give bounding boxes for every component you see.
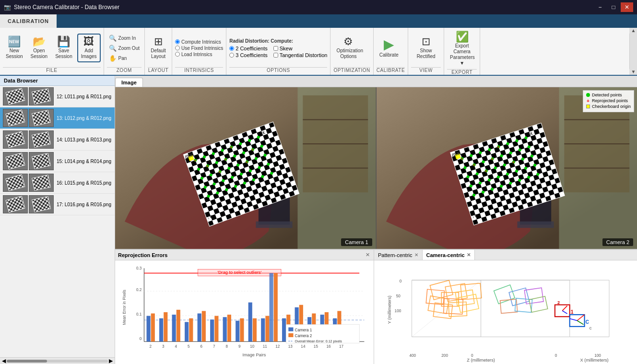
sidebar-scrollbar-track[interactable]	[7, 360, 108, 363]
reprojection-panel-close[interactable]: ✕	[364, 252, 371, 258]
sidebar-scrollbar-thumb[interactable]	[7, 360, 47, 363]
three-coeff-option[interactable]: 3 Coefficients	[229, 52, 267, 58]
svg-rect-245	[282, 318, 286, 341]
sidebar-item-12[interactable]: 12: L011.png & R011.png	[0, 86, 115, 107]
optimization-group-label: OPTIMIZATION	[333, 67, 370, 74]
layout-group-items: ⊞ DefaultLayout	[148, 30, 169, 66]
open-session-icon: 📂	[33, 36, 46, 47]
tangential-distortion-option[interactable]: Tangential Distortion	[273, 52, 328, 58]
show-rectified-button[interactable]: ⊡ Show Rectified	[411, 35, 441, 61]
svg-text:Mean Error in Pixels: Mean Error in Pixels	[122, 290, 127, 325]
skew-option[interactable]: Skew	[273, 46, 328, 51]
save-session-button[interactable]: 💾 SaveSession	[52, 35, 75, 61]
zoom-group-label: ZOOM	[107, 67, 142, 74]
zoom-out-label: Zoom Out	[118, 46, 140, 51]
svg-rect-223	[147, 316, 151, 342]
sidebar-header: Data Browser	[0, 76, 115, 86]
svg-text:0: 0	[400, 279, 402, 283]
sidebar-item-label-16: 16: L015.png & R015.png	[57, 180, 112, 186]
use-fixed-intrinsics-option[interactable]: Use Fixed Intrinsics	[175, 46, 223, 51]
ribbon: CALIBRATION 🆕 NewSession 📂 OpenSession 💾…	[0, 14, 637, 76]
sidebar-item-13[interactable]: 13: L012.png & R012.png	[0, 107, 115, 129]
compute-intrinsics-label: Compute Intrinsics	[181, 39, 221, 45]
reprojection-panel-title: Reprojection Errors	[118, 252, 361, 258]
right-panel-body: Y (millimeters) Z (millimeters) X (milli…	[374, 260, 637, 364]
calibrate-group-label: CALIBRATE	[377, 67, 405, 74]
calibrate-button[interactable]: ▶ Calibrate	[377, 36, 401, 60]
new-session-button[interactable]: 🆕 NewSession	[3, 35, 26, 61]
pattern-centric-tab[interactable]: Pattern-centric ✕	[374, 250, 423, 260]
svg-text:10: 10	[250, 344, 255, 349]
intrinsics-radio-group: Compute Intrinsics Use Fixed Intrinsics …	[175, 39, 223, 57]
legend-origin: Checkerboard origin	[586, 104, 631, 109]
reprojection-panel-body: 'Drag to select outliers' 0.3 0.2 0.1 0	[115, 260, 374, 364]
thumbnail-cam1-item-16	[3, 174, 28, 192]
minimize-button[interactable]: −	[594, 2, 606, 12]
two-coeff-option[interactable]: 2 Coefficients	[229, 46, 267, 51]
svg-text:50: 50	[396, 294, 401, 298]
scatter-3d-plot: Y (millimeters) Z (millimeters) X (milli…	[374, 260, 637, 364]
svg-text:100: 100	[594, 353, 601, 358]
maximize-button[interactable]: □	[607, 2, 620, 12]
scroll-right-icon[interactable]: ▶	[109, 358, 113, 364]
pattern-centric-close[interactable]: ✕	[414, 252, 418, 258]
svg-text:2: 2	[557, 300, 560, 305]
save-session-label: SaveSession	[55, 48, 72, 59]
export-camera-params-button[interactable]: ✅ Export CameraParameters ▼	[447, 30, 477, 68]
optimization-options-label: OptimizationOptions	[336, 48, 360, 59]
load-intrinsics-radio[interactable]	[175, 52, 180, 57]
svg-rect-155	[517, 222, 554, 228]
svg-rect-241	[261, 318, 265, 341]
skew-checkbox[interactable]	[273, 46, 278, 51]
sidebar-title: Data Browser	[4, 78, 38, 83]
pan-button[interactable]: ✋ Pan	[107, 54, 142, 63]
thumbnail-cam1-item-17	[3, 195, 28, 213]
zoom-in-label: Zoom In	[118, 35, 136, 41]
thumbnail-cam1-item-14	[3, 130, 28, 149]
drag-label: 'Drag to select outliers'	[217, 270, 261, 275]
load-intrinsics-option[interactable]: Load Intrinsics	[175, 52, 223, 57]
svg-text:8: 8	[226, 344, 228, 349]
tangential-distortion-checkbox[interactable]	[273, 53, 278, 58]
ribbon-group-export: ✅ Export CameraParameters ▼ EXPORT	[444, 28, 480, 75]
svg-text:14: 14	[301, 344, 306, 349]
optimization-options-button[interactable]: ⚙ OptimizationOptions	[333, 35, 363, 61]
camera-centric-close[interactable]: ✕	[467, 252, 471, 258]
svg-text:15: 15	[314, 344, 318, 349]
zoom-in-button[interactable]: 🔍 Zoom In	[107, 34, 142, 43]
sidebar-item-14[interactable]: 14: L013.png & R013.png	[0, 129, 115, 151]
camera-centric-tab[interactable]: Camera-centric ✕	[423, 250, 475, 260]
svg-text:12: 12	[275, 344, 280, 349]
svg-rect-233	[210, 319, 214, 341]
compute-intrinsics-radio[interactable]	[175, 39, 180, 44]
two-coeff-radio[interactable]	[229, 46, 234, 51]
use-fixed-intrinsics-radio[interactable]	[175, 46, 180, 50]
options-group-items: Radial Distortion: Compute: 2 Coefficien…	[229, 30, 327, 66]
close-button[interactable]: ✕	[621, 2, 633, 12]
sidebar-item-16[interactable]: 16: L015.png & R015.png	[0, 172, 115, 194]
sidebar-item-17[interactable]: 17: L016.png & R016.png	[0, 194, 115, 215]
svg-rect-273	[288, 328, 293, 331]
scroll-left-icon[interactable]: ◀	[2, 358, 6, 364]
legend-reprojected-label: Reprojected points	[592, 98, 628, 103]
thumbnail-container-13	[3, 109, 54, 127]
ribbon-scroll-down[interactable]: ▼	[629, 69, 637, 75]
ribbon-scroll-up[interactable]: ▲	[629, 28, 637, 34]
tab-calibration[interactable]: CALIBRATION	[0, 14, 57, 28]
export-group-label: EXPORT	[447, 69, 477, 76]
svg-rect-232	[202, 311, 206, 341]
legend-origin-dot	[586, 105, 590, 108]
reprojection-panel-header: Reprojection Errors ✕	[115, 250, 374, 260]
new-session-icon: 🆕	[8, 36, 21, 47]
svg-rect-234	[214, 316, 218, 342]
add-images-button[interactable]: 🖼 AddImages	[77, 34, 101, 62]
compute-intrinsics-option[interactable]: Compute Intrinsics	[175, 39, 223, 45]
zoom-out-button[interactable]: 🔍 Zoom Out	[107, 44, 142, 53]
sidebar-scrollbar[interactable]: ◀ ▶	[0, 357, 115, 364]
image-tab[interactable]: Image	[115, 78, 143, 87]
three-coeff-radio[interactable]	[229, 53, 234, 58]
sidebar-item-15[interactable]: 15: L014.png & R014.png	[0, 151, 115, 172]
default-layout-button[interactable]: ⊞ DefaultLayout	[148, 35, 169, 61]
open-session-button[interactable]: 📂 OpenSession	[28, 35, 51, 61]
two-coeff-label: 2 Coefficients	[236, 46, 267, 51]
